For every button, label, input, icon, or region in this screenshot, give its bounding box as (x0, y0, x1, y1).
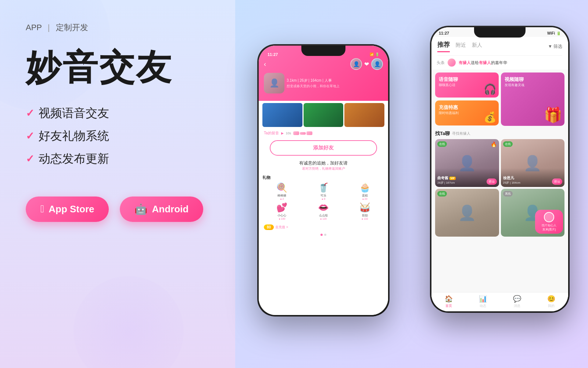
gift-price-3: ● 20 (345, 198, 384, 200)
gift-heart[interactable]: 💕 小心心 ● 100 (262, 202, 302, 220)
photo-item-3 (344, 103, 384, 127)
fire-badge-1: 🔥 (491, 141, 497, 147)
gift-emoji-1: 🍭 (262, 183, 302, 193)
phones-container: 11:27 WiFi 🔋 推荐 附近 新人 ▼ (246, 15, 577, 353)
tabs-row: 推荐 附近 新人 ▼ 筛选 (437, 40, 562, 56)
online-badge-2: 在线 (503, 141, 513, 147)
nav-home[interactable]: 🏠 首页 (445, 295, 453, 308)
battery-icon: 🔋 (556, 31, 561, 35)
android-button[interactable]: 🤖 Android (120, 197, 203, 222)
gift-emoji-6: 🥁 (345, 202, 384, 213)
home-icon: 🏠 (445, 295, 453, 303)
back-arrow-icon[interactable]: ‹ (264, 60, 266, 68)
headline-label: 头条 (437, 60, 445, 66)
avatar-right: 👤 (371, 58, 383, 70)
gift-drum[interactable]: 🥁 鼓励 ● 132 (345, 202, 384, 220)
feature-cards-grid: 语音随聊 聊聊真心话 🎧 视频随聊 发现有趣灵魂 🎁 充值特惠 (431, 70, 568, 128)
video-chat-sub: 发现有趣灵魂 (505, 83, 561, 88)
main-title: 妙音交友 (26, 48, 213, 87)
video-chat-title: 视频随聊 (505, 76, 561, 83)
find-section: 找Ta聊 寻找有缘人 👤 在线 🔥 (431, 128, 568, 238)
gift-cake[interactable]: 🧁 蛋糕 ● 20 (345, 183, 384, 200)
filter-button[interactable]: ▼ 筛选 (548, 43, 562, 50)
nav-message[interactable]: 💬 消息 (513, 295, 521, 308)
wave-3 (306, 131, 312, 135)
subtitle-separator: | (48, 23, 50, 32)
dot-1 (324, 234, 326, 236)
gift-kiss[interactable]: 👄 么么哒 ● 120 (304, 202, 343, 220)
feature-item-1: ✓ 视频语音交友 (26, 105, 213, 121)
gift-message-section: 有诚意的追她，加好友请 若对方拒绝，礼物将返回账户 (259, 159, 388, 173)
feature-text-3: 动态发布更新 (39, 151, 109, 167)
nav-dynamic[interactable]: 📊 动态 (479, 295, 487, 308)
front-notch (301, 46, 345, 56)
appstore-button[interactable]:  App Store (26, 197, 109, 222)
video-chat-icon: 🎁 (544, 106, 562, 124)
user-details: 3.1km | 26岁 | 164cm | 人事 想变成春天里的小熊，和你在草地… (287, 78, 383, 89)
person-card-4[interactable]: 👤 离线 找个知心人发来[图片] (501, 189, 565, 237)
online-badge-1: 在线 (437, 141, 447, 147)
nav-profile-label: 我的 (548, 304, 555, 308)
front-wifi-icon: 📶 (370, 53, 374, 56)
user-thumbnail: 👤 (264, 73, 284, 93)
tab-recommend[interactable]: 推荐 (437, 40, 450, 52)
voice-seconds: 10s (286, 131, 291, 135)
phone-front-inner: 11:27 📶 🔋 ‹ 👤 ❤ 👤 (259, 46, 388, 315)
nav-profile[interactable]: 😊 我的 (547, 295, 555, 308)
gift-name-5: 么么哒 (304, 213, 343, 217)
wave-1 (293, 131, 299, 135)
left-panel: APP | 定制开发 妙音交友 ✓ 视频语音交友 ✓ 好友礼物系统 ✓ 动态发布… (0, 0, 239, 368)
headline-highlight-2: 有缘人 (479, 60, 491, 65)
gift-price-2: ● 8 (304, 198, 343, 200)
photo-grid (259, 101, 388, 129)
photo-blue-1 (262, 103, 302, 127)
front-status-time: 11:27 (268, 52, 278, 57)
back-bottom-nav: 🏠 首页 📊 动态 💬 消息 😊 我的 (431, 292, 568, 311)
gift-cola[interactable]: 🥤 可乐 ● 8 (304, 183, 343, 200)
recharge-icon: 💰 (484, 111, 496, 123)
back-status-time: 11:27 (439, 31, 449, 35)
voice-arrow: ▶ (281, 131, 284, 135)
headline-row: 头条 有缘人送给有缘人的嘉年华 (431, 56, 568, 70)
voice-chat-icon: 🎧 (484, 83, 496, 95)
match-btn-1[interactable]: 搭讪 (487, 178, 497, 185)
voice-chat-title: 语音随聊 (439, 76, 495, 83)
add-friend-btn[interactable]: 添加好友 (270, 140, 377, 156)
vip-badge-1: VIP (449, 177, 456, 180)
appstore-label: App Store (49, 204, 94, 215)
tab-new[interactable]: 新人 (472, 42, 482, 51)
find-sub-text: 寻找有缘人 (452, 131, 470, 136)
person-card-2[interactable]: 👤 在线 徐恩凡 25岁 | 164cm 搭讪 (501, 139, 565, 187)
float-card-text: 找个知心人发来[图片] (538, 224, 560, 231)
user-stats-text: 3.1km | 26岁 | 164cm | 人事 (287, 78, 383, 83)
wave-2 (300, 132, 306, 135)
find-title-text: 找Ta聊 (435, 130, 450, 137)
gift-lollipop[interactable]: 🍭 棒棒糖 ● 2 (262, 183, 302, 200)
user-info-row: 👤 3.1km | 26岁 | 164cm | 人事 想变成春天里的小熊，和你在… (264, 73, 383, 93)
gift-name-4: 小心心 (262, 213, 302, 217)
voice-waveform (293, 131, 312, 135)
voice-chat-card[interactable]: 语音随聊 聊聊真心话 🎧 (435, 72, 499, 98)
photo-autumn (344, 103, 384, 127)
person-card-3[interactable]: 👤 在线 (435, 189, 499, 237)
check-2: ✓ (26, 130, 34, 142)
coins-label[interactable]: 去充值 > (275, 225, 288, 230)
phone-back: 11:27 WiFi 🔋 推荐 附近 新人 ▼ (430, 26, 570, 313)
gift-emoji-2: 🥤 (304, 183, 343, 193)
profile-icon: 😊 (547, 295, 555, 303)
screen-front: 11:27 📶 🔋 ‹ 👤 ❤ 👤 (259, 46, 388, 315)
recharge-card[interactable]: 充值特惠 限时特惠福利 💰 (435, 100, 499, 125)
find-title: 找Ta聊 寻找有缘人 (435, 130, 564, 137)
match-btn-2[interactable]: 搭讪 (552, 178, 562, 185)
video-chat-card[interactable]: 视频随聊 发现有趣灵魂 🎁 (501, 72, 564, 126)
headline-highlight-1: 有缘人 (459, 60, 471, 65)
dot-indicator (259, 232, 388, 237)
person-card-1[interactable]: 👤 在线 🔥 曲奇酱VIP 28岁 | 167cm 搭讪 (435, 139, 499, 187)
photo-item-2 (304, 103, 344, 127)
person-grid: 👤 在线 🔥 曲奇酱VIP 28岁 | 167cm 搭讪 (435, 139, 564, 237)
front-status-icons: 📶 🔋 (370, 53, 379, 56)
front-header-row: ‹ 👤 ❤ 👤 (264, 58, 383, 70)
gift-emoji-3: 🧁 (345, 183, 384, 193)
tab-nearby[interactable]: 附近 (456, 42, 466, 51)
gift-price-5: ● 120 (304, 217, 343, 220)
